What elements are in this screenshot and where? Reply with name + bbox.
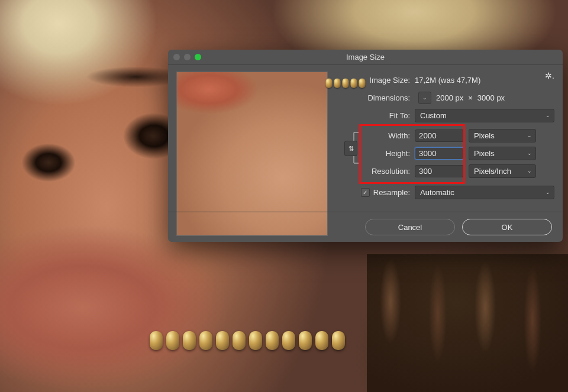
resolution-unit-select[interactable]: Pixels/Inch ⌄ (469, 164, 536, 178)
resample-value: Automatic (420, 188, 454, 197)
chevron-down-icon: ⌄ (546, 112, 550, 118)
resample-select[interactable]: Automatic ⌄ (415, 186, 554, 199)
resample-checkbox[interactable]: ✓ (361, 188, 370, 197)
dimensions-disclosure[interactable]: ⌄ (418, 92, 431, 104)
cancel-button[interactable]: Cancel (365, 219, 455, 235)
image-size-value: 17,2M (was 47,7M) (415, 76, 480, 85)
link-icon: ⇅ (348, 145, 354, 153)
image-size-label: Image Size: (354, 76, 415, 85)
background-photo-hair (367, 254, 568, 392)
dialog-title: Image Size (346, 53, 385, 61)
height-label: Height: (354, 149, 415, 158)
dimensions-sep: × (468, 93, 473, 102)
gear-icon[interactable]: ✲. (545, 71, 554, 80)
dimensions-height: 3000 px (477, 93, 505, 102)
close-icon[interactable] (173, 54, 180, 60)
chevron-down-icon: ⌄ (527, 132, 532, 138)
image-size-dialog: Image Size ✲. Image Size: 17,2M (was 47,… (168, 50, 563, 242)
resample-label: Resample: (373, 188, 410, 197)
width-unit: Pixels (474, 131, 495, 140)
dimensions-label: Dimensions: (354, 93, 415, 102)
height-unit-select[interactable]: Pixels ⌄ (469, 147, 536, 160)
fit-to-select[interactable]: Custom ⌄ (415, 109, 554, 122)
chevron-down-icon: ⌄ (527, 168, 532, 174)
resolution-label: Resolution: (354, 167, 415, 176)
chevron-down-icon: ⌄ (527, 150, 532, 156)
dialog-titlebar[interactable]: Image Size (168, 50, 563, 65)
form-area: ✲. Image Size: 17,2M (was 47,7M) Dimensi… (336, 65, 563, 228)
height-input[interactable] (415, 147, 464, 160)
window-controls (173, 54, 201, 60)
width-unit-select[interactable]: Pixels ⌄ (469, 129, 536, 142)
chevron-down-icon: ⌄ (422, 95, 427, 101)
resolution-unit: Pixels/Inch (474, 167, 511, 176)
minimize-icon[interactable] (184, 54, 191, 60)
chevron-down-icon: ⌄ (546, 189, 550, 195)
width-label: Width: (354, 131, 415, 140)
dimensions-width: 2000 px (436, 93, 463, 102)
ok-button[interactable]: OK (462, 219, 552, 235)
dialog-footer: Cancel OK (168, 212, 563, 242)
fit-to-label: Fit To: (354, 111, 415, 120)
constrain-proportions-button[interactable]: ⇅ (344, 141, 357, 156)
fit-to-value: Custom (420, 111, 447, 120)
maximize-icon[interactable] (195, 54, 201, 60)
height-unit: Pixels (474, 149, 495, 158)
resolution-input[interactable] (415, 165, 464, 177)
width-input[interactable] (415, 129, 464, 142)
